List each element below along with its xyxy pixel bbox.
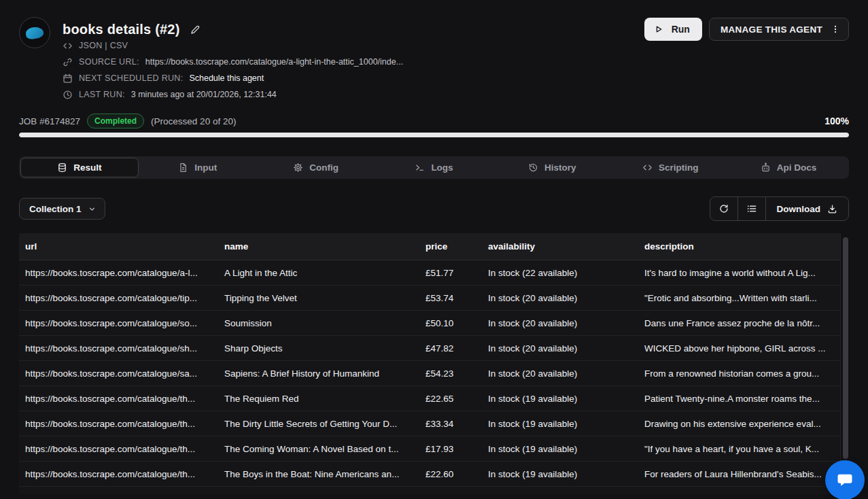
collection-select[interactable]: Collection 1 bbox=[19, 198, 105, 220]
result-table: url name price availability description … bbox=[19, 233, 849, 494]
cell-description: "If you have a heart, if you have a soul… bbox=[644, 444, 840, 454]
cell-url: https://books.toscrape.com/catalogue/th.… bbox=[25, 419, 224, 429]
tab-api-docs[interactable]: Api Docs bbox=[729, 158, 848, 177]
cell-name: Sapiens: A Brief History of Humankind bbox=[224, 368, 426, 379]
agent-avatar bbox=[19, 17, 50, 48]
tab-logs[interactable]: Logs bbox=[375, 158, 493, 177]
edit-title-icon[interactable] bbox=[190, 24, 201, 35]
column-header-availability: availability bbox=[488, 241, 644, 252]
tab-config[interactable]: Config bbox=[257, 158, 375, 177]
chevron-down-icon bbox=[88, 205, 97, 213]
manage-agent-button[interactable]: MANAGE THIS AGENT bbox=[709, 18, 849, 41]
column-header-name: name bbox=[224, 241, 426, 252]
chat-widget-button[interactable] bbox=[825, 460, 865, 499]
cell-availability: In stock (19 available) bbox=[488, 419, 644, 429]
page-title: books details (#2) bbox=[63, 22, 180, 37]
last-run-label: LAST RUN: bbox=[79, 90, 125, 99]
table-actions-group: Download bbox=[710, 196, 850, 221]
download-button[interactable]: Download bbox=[765, 197, 849, 220]
cell-price: £17.93 bbox=[426, 444, 488, 454]
list-view-button[interactable] bbox=[737, 197, 765, 220]
cell-name: The Boys in the Boat: Nine Americans an.… bbox=[224, 469, 426, 479]
tab-result-label: Result bbox=[73, 162, 101, 173]
progress-bar-fill bbox=[19, 133, 849, 137]
page-header: books details (#2) JSON | CSV SOURCE URL… bbox=[0, 0, 868, 103]
cell-availability: In stock (20 available) bbox=[488, 293, 644, 303]
code-icon bbox=[63, 41, 73, 51]
download-button-label: Download bbox=[777, 204, 821, 214]
tab-bar: Result Input Config Logs History Scripti… bbox=[19, 156, 849, 179]
tab-history[interactable]: History bbox=[493, 158, 611, 177]
cell-price: £33.34 bbox=[426, 419, 488, 429]
tab-scripting[interactable]: Scripting bbox=[611, 158, 729, 177]
job-status-row: JOB #6174827 Completed (Processed 20 of … bbox=[19, 114, 849, 128]
cell-description: It's hard to imagine a world without A L… bbox=[644, 268, 840, 278]
last-run-row: LAST RUN: 3 minutes ago at 20/01/2026, 1… bbox=[63, 86, 644, 103]
table-scrollbar[interactable] bbox=[843, 237, 848, 459]
cell-name: Tipping the Velvet bbox=[224, 293, 426, 303]
cell-availability: In stock (19 available) bbox=[488, 469, 644, 479]
status-badge: Completed bbox=[87, 114, 144, 128]
source-url-row: SOURCE URL: https://books.toscrape.com/c… bbox=[63, 54, 644, 70]
table-row: https://books.toscrape.com/catalogue/sa.… bbox=[19, 361, 840, 386]
list-icon bbox=[746, 203, 757, 214]
cell-availability: In stock (20 available) bbox=[488, 343, 644, 354]
tab-history-label: History bbox=[544, 162, 576, 173]
formats-label: JSON | CSV bbox=[79, 41, 128, 50]
refresh-button[interactable] bbox=[710, 197, 737, 220]
cell-availability: In stock (20 available) bbox=[488, 318, 644, 328]
column-header-description: description bbox=[644, 241, 840, 252]
cell-price: £22.60 bbox=[426, 469, 488, 479]
tab-input[interactable]: Input bbox=[139, 158, 257, 177]
table-row: https://books.toscrape.com/catalogue/th.… bbox=[19, 386, 840, 411]
terminal-icon bbox=[415, 162, 425, 173]
column-header-url: url bbox=[25, 241, 224, 252]
cell-url: https://books.toscrape.com/catalogue/th.… bbox=[25, 444, 224, 454]
cell-price: £51.77 bbox=[426, 268, 488, 278]
cell-description: Dans une France assez proche de la nôtr.… bbox=[644, 318, 840, 328]
last-run-value: 3 minutes ago at 20/01/2026, 12:31:44 bbox=[131, 90, 277, 99]
document-icon bbox=[178, 162, 188, 173]
cell-availability: In stock (20 available) bbox=[488, 368, 644, 379]
cell-price: £47.82 bbox=[426, 343, 488, 354]
job-id: JOB #6174827 bbox=[19, 116, 80, 126]
tab-result[interactable]: Result bbox=[20, 158, 139, 177]
table-row-partial bbox=[19, 487, 840, 494]
manage-agent-label: MANAGE THIS AGENT bbox=[721, 24, 822, 35]
cell-url: https://books.toscrape.com/catalogue/th.… bbox=[25, 394, 224, 404]
schedule-agent-link[interactable]: Schedule this agent bbox=[189, 73, 264, 83]
table-row: https://books.toscrape.com/catalogue/th.… bbox=[19, 411, 840, 436]
download-icon bbox=[827, 204, 837, 214]
gear-icon bbox=[293, 162, 303, 173]
cell-name: A Light in the Attic bbox=[224, 268, 426, 278]
source-url-value[interactable]: https://books.toscrape.com/catalogue/a-l… bbox=[145, 57, 403, 67]
run-button-label: Run bbox=[672, 24, 690, 35]
source-url-label: SOURCE URL: bbox=[79, 57, 139, 67]
link-icon bbox=[63, 57, 73, 67]
table-row: https://books.toscrape.com/catalogue/tip… bbox=[19, 286, 840, 311]
table-row: https://books.toscrape.com/catalogue/sh.… bbox=[19, 336, 840, 361]
cell-url: https://books.toscrape.com/catalogue/so.… bbox=[25, 318, 224, 328]
robot-icon bbox=[761, 162, 771, 173]
cell-price: £53.74 bbox=[426, 293, 488, 303]
cell-description: Drawing on his extensive experience eval… bbox=[644, 419, 840, 429]
run-button[interactable]: Run bbox=[644, 18, 702, 41]
cell-name: The Coming Woman: A Novel Based on t... bbox=[224, 444, 426, 454]
table-row: https://books.toscrape.com/catalogue/th.… bbox=[19, 462, 840, 487]
history-icon bbox=[528, 162, 538, 173]
cell-price: £54.23 bbox=[426, 368, 488, 379]
result-toolbar: Collection 1 Download bbox=[19, 196, 849, 221]
table-row: https://books.toscrape.com/catalogue/so.… bbox=[19, 311, 840, 336]
code-icon bbox=[642, 162, 653, 173]
calendar-icon bbox=[63, 73, 73, 84]
cell-description: For readers of Laura Hillenbrand's Seabi… bbox=[644, 469, 840, 479]
cell-price: £50.10 bbox=[426, 318, 488, 328]
collection-select-label: Collection 1 bbox=[29, 204, 82, 214]
cell-url: https://books.toscrape.com/catalogue/th.… bbox=[25, 469, 224, 479]
agent-logo-blob bbox=[25, 26, 44, 39]
kebab-menu-icon[interactable] bbox=[831, 24, 840, 34]
tab-scripting-label: Scripting bbox=[659, 162, 699, 173]
next-run-label: NEXT SCHEDULED RUN: bbox=[79, 73, 183, 83]
play-icon bbox=[654, 24, 663, 34]
tab-logs-label: Logs bbox=[431, 162, 453, 173]
